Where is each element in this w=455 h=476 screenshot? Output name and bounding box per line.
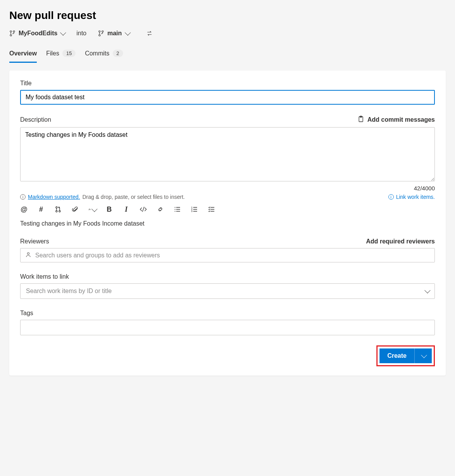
swap-branches-button[interactable] (146, 29, 153, 37)
source-branch-picker[interactable]: MyFoodEdits (9, 30, 65, 37)
drag-drop-hint: Drag & drop, paste, or select files to i… (82, 194, 185, 200)
svg-point-11 (175, 207, 175, 208)
hash-icon[interactable]: # (37, 205, 45, 213)
tags-input[interactable] (20, 320, 435, 335)
add-commit-messages-label: Add commit messages (367, 116, 435, 123)
chevron-down-icon (125, 30, 129, 36)
work-items-select[interactable]: Search work items by ID or title (20, 283, 435, 299)
tab-overview-label: Overview (9, 50, 37, 57)
work-items-label: Work items to link (20, 273, 435, 280)
tab-files-count: 15 (62, 50, 76, 57)
svg-point-1 (13, 31, 15, 32)
tab-files[interactable]: Files 15 (46, 47, 76, 63)
target-branch-name: main (107, 30, 122, 37)
svg-point-4 (102, 31, 103, 32)
tab-commits-count: 2 (113, 50, 123, 57)
pull-request-icon[interactable] (54, 205, 62, 213)
svg-point-2 (10, 34, 12, 36)
svg-point-17 (27, 253, 29, 255)
svg-text:3: 3 (191, 210, 192, 212)
description-label: Description (20, 116, 51, 123)
tab-commits[interactable]: Commits 2 (85, 47, 123, 63)
tab-overview[interactable]: Overview (9, 47, 37, 63)
page-title: New pull request (9, 9, 446, 22)
info-icon: i (388, 194, 394, 200)
create-button[interactable]: Create (379, 348, 415, 363)
bullet-list-icon[interactable] (173, 205, 181, 213)
svg-point-0 (10, 31, 12, 32)
chevron-down-icon (421, 353, 426, 359)
create-button-highlight: Create (376, 345, 435, 366)
chevron-down-icon (60, 30, 65, 36)
tab-files-label: Files (46, 50, 59, 57)
description-preview: Testing changes in My Foods Income datas… (20, 220, 435, 227)
title-input[interactable] (20, 90, 435, 105)
editor-toolbar: @ # B I (20, 205, 435, 213)
branch-icon (98, 30, 104, 36)
tabs: Overview Files 15 Commits 2 (9, 47, 446, 63)
attachment-icon[interactable] (71, 205, 79, 213)
add-commit-messages-button[interactable]: Add commit messages (357, 116, 435, 124)
svg-point-12 (175, 209, 175, 210)
reviewers-label: Reviewers (20, 238, 49, 245)
target-branch-picker[interactable]: main (98, 30, 129, 37)
chevron-down-icon (425, 288, 429, 294)
text-style-icon[interactable] (88, 205, 96, 213)
source-branch-name: MyFoodEdits (19, 30, 57, 37)
branch-icon (9, 30, 15, 36)
checklist-icon[interactable] (208, 205, 215, 213)
link-work-items-link[interactable]: Link work items. (396, 194, 435, 200)
title-label: Title (20, 80, 435, 87)
person-icon (25, 252, 31, 259)
numbered-list-icon[interactable]: 123 (191, 205, 198, 213)
tags-label: Tags (20, 310, 435, 317)
link-icon[interactable] (156, 205, 164, 213)
tab-commits-label: Commits (85, 50, 109, 57)
reviewers-input[interactable] (35, 252, 430, 259)
mention-icon[interactable]: @ (20, 205, 28, 213)
code-icon[interactable] (139, 205, 147, 213)
branch-selector-row: MyFoodEdits into main (9, 29, 446, 37)
clipboard-icon (357, 116, 364, 124)
bold-icon[interactable]: B (105, 205, 113, 213)
svg-point-3 (99, 31, 100, 32)
create-split-button[interactable] (415, 348, 432, 363)
pr-form-card: Title Description Add commit messages 42… (9, 71, 446, 376)
reviewers-input-wrap[interactable] (20, 248, 435, 262)
add-required-reviewers-label: Add required reviewers (366, 238, 435, 245)
italic-icon[interactable]: I (122, 205, 130, 213)
add-required-reviewers-button[interactable]: Add required reviewers (366, 238, 435, 245)
svg-point-5 (99, 34, 100, 36)
info-icon: i (20, 194, 26, 200)
description-textarea[interactable] (20, 127, 435, 181)
work-items-placeholder: Search work items by ID or title (26, 288, 112, 295)
char-counter: 42/4000 (20, 185, 435, 191)
markdown-supported-link[interactable]: Markdown supported. (28, 194, 80, 200)
into-label: into (76, 30, 86, 37)
svg-point-13 (175, 211, 175, 212)
